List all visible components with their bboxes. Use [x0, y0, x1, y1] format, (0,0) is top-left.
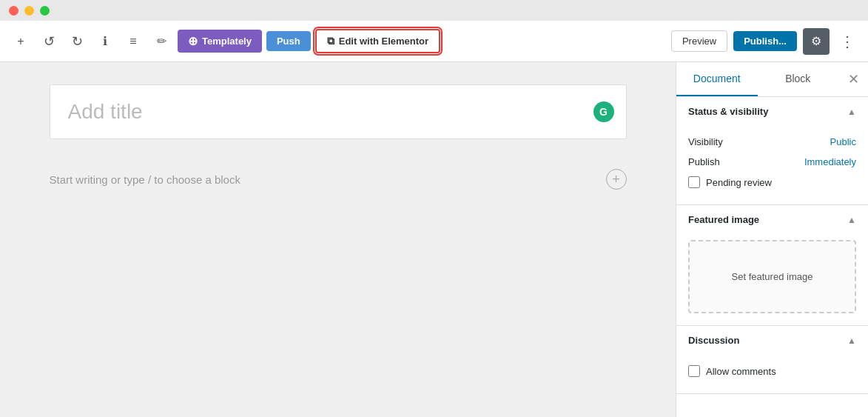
traffic-light-yellow[interactable] — [24, 6, 34, 16]
editor-area: G Start writing or type / to choose a bl… — [0, 62, 676, 417]
visibility-row: Visibility Public — [688, 132, 856, 152]
list-icon: ≡ — [129, 35, 136, 48]
pending-review-row: Pending review — [688, 172, 856, 193]
ellipsis-icon: ⋮ — [840, 33, 855, 50]
main-layout: G Start writing or type / to choose a bl… — [0, 62, 868, 417]
featured-image-section: Featured image ▲ Set featured image — [676, 205, 868, 326]
discussion-header[interactable]: Discussion ▲ — [676, 326, 868, 355]
block-tab-label: Block — [785, 73, 810, 84]
redo-button[interactable]: ↻ — [65, 30, 89, 53]
info-button[interactable]: ℹ — [93, 30, 117, 53]
allow-comments-checkbox[interactable] — [688, 365, 700, 377]
preview-button[interactable]: Preview — [671, 30, 727, 52]
info-icon: ℹ — [103, 34, 107, 48]
publish-row: Publish Immediately — [688, 152, 856, 172]
status-visibility-header[interactable]: Status & visibility ▲ — [676, 97, 868, 126]
grammarly-icon: G — [599, 106, 608, 118]
toolbar-left: + ↺ ↻ ℹ ≡ ✏ ⊕ Templately Push ⧉ Edit wit… — [9, 29, 665, 53]
sidebar-tabs: Document Block ✕ — [676, 62, 868, 97]
undo-icon: ↺ — [44, 33, 55, 50]
allow-comments-row: Allow comments — [688, 361, 856, 381]
publish-button[interactable]: Publish... — [733, 31, 797, 51]
templately-button[interactable]: ⊕ Templately — [178, 30, 262, 53]
chevron-up-icon: ▲ — [847, 107, 856, 117]
grammarly-button[interactable]: G — [593, 101, 614, 122]
publish-label: Publish... — [744, 36, 787, 47]
traffic-light-green[interactable] — [40, 6, 50, 16]
discussion-content: Allow comments — [676, 355, 868, 393]
list-view-button[interactable]: ≡ — [121, 30, 145, 53]
tab-block[interactable]: Block — [758, 62, 839, 96]
content-placeholder-text: Start writing or type / to choose a bloc… — [50, 173, 240, 186]
title-block: G — [50, 84, 627, 139]
publish-label: Publish — [688, 156, 720, 167]
templately-icon: ⊕ — [188, 34, 198, 48]
more-options-button[interactable]: ⋮ — [835, 30, 859, 53]
discussion-title: Discussion — [688, 335, 739, 346]
chevron-up-icon-discussion: ▲ — [847, 336, 856, 346]
status-visibility-title: Status & visibility — [688, 106, 768, 117]
featured-image-header[interactable]: Featured image ▲ — [676, 205, 868, 234]
tab-document[interactable]: Document — [676, 62, 758, 96]
edit-with-elementor-button[interactable]: ⧉ Edit with Elementor — [315, 29, 440, 53]
add-block-toolbar-button[interactable]: + — [9, 30, 33, 53]
pending-review-checkbox[interactable] — [688, 176, 700, 188]
sidebar: Document Block ✕ Status & visibility ▲ V… — [676, 62, 868, 417]
settings-button[interactable]: ⚙ — [803, 28, 830, 55]
status-visibility-content: Visibility Public Publish Immediately Pe… — [676, 126, 868, 204]
status-visibility-section: Status & visibility ▲ Visibility Public … — [676, 97, 868, 205]
elementor-label: Edit with Elementor — [339, 36, 428, 47]
discussion-section: Discussion ▲ Allow comments — [676, 326, 868, 394]
content-area: Start writing or type / to choose a bloc… — [50, 154, 627, 204]
add-block-inline-button[interactable]: + — [606, 169, 627, 190]
chevron-up-icon-featured: ▲ — [847, 215, 856, 225]
redo-icon: ↻ — [72, 33, 83, 50]
set-featured-image-label: Set featured image — [732, 271, 813, 282]
toolbar-right: Preview Publish... ⚙ ⋮ — [671, 28, 859, 55]
post-title-input[interactable] — [68, 100, 608, 124]
main-toolbar: + ↺ ↻ ℹ ≡ ✏ ⊕ Templately Push ⧉ Edit wit… — [0, 21, 868, 62]
push-button[interactable]: Push — [266, 31, 311, 51]
featured-image-content: Set featured image — [676, 234, 868, 325]
close-icon: ✕ — [848, 71, 859, 87]
tools-button[interactable]: ✏ — [149, 30, 173, 53]
elementor-icon: ⧉ — [327, 35, 334, 47]
preview-label: Preview — [682, 36, 716, 47]
set-featured-image-button[interactable]: Set featured image — [688, 240, 856, 313]
title-bar — [0, 0, 868, 21]
push-label: Push — [277, 36, 300, 47]
templately-label: Templately — [202, 36, 252, 47]
plus-icon: + — [17, 35, 24, 48]
allow-comments-label: Allow comments — [706, 366, 776, 377]
visibility-label: Visibility — [688, 136, 723, 147]
gear-icon: ⚙ — [811, 34, 821, 48]
plus-circle-icon: + — [612, 172, 620, 187]
publish-value[interactable]: Immediately — [804, 156, 856, 167]
document-tab-label: Document — [693, 73, 741, 84]
featured-image-title: Featured image — [688, 214, 759, 225]
traffic-light-red[interactable] — [9, 6, 18, 16]
undo-button[interactable]: ↺ — [37, 30, 61, 53]
pen-icon: ✏ — [157, 34, 166, 48]
visibility-value[interactable]: Public — [830, 136, 856, 147]
pending-review-label: Pending review — [706, 177, 772, 188]
sidebar-close-button[interactable]: ✕ — [838, 62, 868, 96]
